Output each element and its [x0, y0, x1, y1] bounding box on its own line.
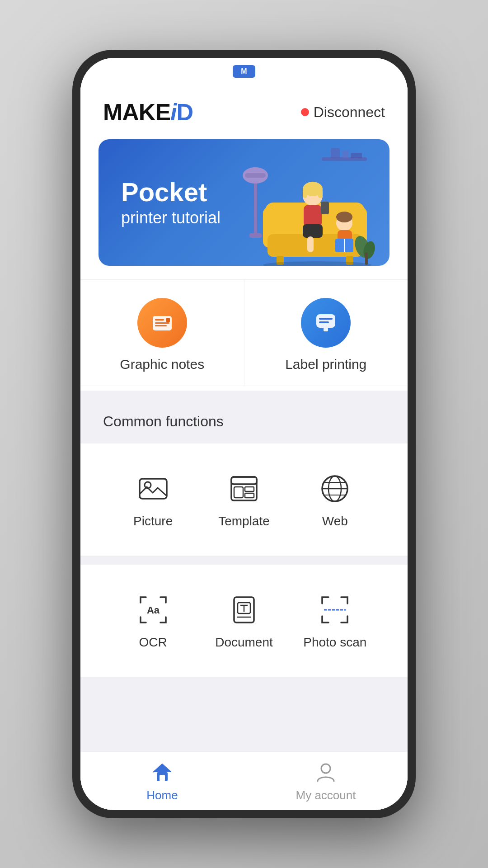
banner-svg	[240, 148, 376, 266]
svg-rect-3	[351, 153, 362, 158]
function-card-row2: Aa OCR	[99, 569, 389, 672]
svg-rect-33	[155, 322, 169, 324]
photo-scan-svg-icon	[319, 594, 351, 626]
nav-home-label: Home	[146, 788, 178, 802]
template-svg-icon	[228, 472, 260, 505]
svg-rect-19	[304, 205, 322, 227]
ocr-svg-icon: Aa	[137, 594, 169, 626]
svg-rect-38	[319, 318, 333, 320]
ocr-icon: Aa	[135, 592, 171, 628]
document-button[interactable]: Document	[198, 583, 289, 659]
main-content: MAKEiD Disconnect Pocket printer tutoria…	[80, 85, 408, 810]
my-account-icon	[314, 760, 338, 785]
disconnect-button[interactable]: Disconnect	[301, 104, 385, 121]
home-icon	[150, 760, 175, 785]
label-printing-icon	[313, 310, 339, 336]
svg-rect-37	[324, 328, 328, 331]
photo-scan-label: Photo scan	[303, 635, 366, 650]
svg-rect-20	[303, 224, 323, 238]
document-label: Document	[215, 635, 273, 650]
svg-rect-40	[140, 479, 167, 499]
document-icon	[226, 592, 262, 628]
spacer-4	[80, 677, 408, 751]
phone-screen: M MAKEiD Disconnect	[80, 58, 408, 810]
svg-rect-1	[331, 148, 340, 158]
web-button[interactable]: Web	[290, 462, 380, 538]
banner-illustration	[236, 139, 380, 266]
label-printing-icon-circle	[301, 298, 351, 348]
picture-icon	[135, 471, 171, 507]
bottom-nav: Home My account	[80, 751, 408, 810]
svg-rect-60	[160, 775, 165, 781]
svg-rect-17	[303, 189, 307, 198]
picture-label: Picture	[133, 514, 173, 528]
banner-subtitle: printer tutorial	[121, 208, 221, 227]
svg-rect-39	[319, 321, 329, 323]
graphic-notes-icon	[149, 310, 175, 336]
svg-point-24	[336, 212, 352, 222]
label-printing-button[interactable]: Label printing	[244, 279, 408, 386]
ocr-label: OCR	[139, 635, 167, 650]
web-icon	[317, 471, 353, 507]
quick-actions-grid: Graphic notes Label printin	[80, 279, 408, 386]
graphic-notes-icon-circle	[137, 298, 187, 348]
disconnect-label: Disconnect	[314, 104, 385, 121]
template-label: Template	[218, 514, 270, 528]
photo-scan-icon	[317, 592, 353, 628]
svg-rect-7	[249, 233, 262, 238]
logo-make: MAKE	[103, 99, 170, 125]
banner-text: Pocket printer tutorial	[121, 178, 221, 227]
nav-home[interactable]: Home	[80, 755, 244, 807]
svg-rect-32	[155, 319, 164, 321]
graphic-notes-button[interactable]: Graphic notes	[80, 279, 244, 386]
logo-text: MAKEiD	[103, 99, 193, 126]
promo-banner[interactable]: Pocket printer tutorial	[99, 139, 389, 266]
svg-rect-44	[234, 487, 243, 498]
svg-rect-45	[245, 487, 254, 491]
web-label: Web	[322, 514, 348, 528]
phone-wrapper: M MAKEiD Disconnect	[72, 50, 416, 818]
template-button[interactable]: Template	[198, 462, 289, 538]
svg-rect-35	[166, 318, 170, 322]
header: MAKEiD Disconnect	[80, 85, 408, 135]
svg-rect-42	[231, 477, 257, 500]
document-svg-icon	[228, 594, 260, 626]
spacer-3	[80, 556, 408, 565]
svg-rect-30	[365, 252, 368, 265]
disconnect-dot	[301, 108, 309, 116]
svg-rect-18	[318, 189, 323, 198]
status-icon: M	[241, 67, 247, 75]
nav-my-account[interactable]: My account	[244, 755, 408, 807]
logo-d: D	[177, 99, 193, 125]
template-icon	[226, 471, 262, 507]
svg-rect-22	[321, 202, 329, 214]
banner-title: Pocket	[121, 178, 221, 207]
phone-frame: M MAKEiD Disconnect	[72, 50, 416, 818]
picture-button[interactable]: Picture	[108, 462, 198, 538]
ocr-button[interactable]: Aa OCR	[108, 583, 198, 659]
spacer-2	[80, 434, 408, 443]
svg-rect-21	[307, 236, 314, 252]
function-row-2: Aa OCR	[108, 583, 380, 659]
graphic-notes-label: Graphic notes	[120, 357, 204, 372]
function-card-row1: Picture	[99, 448, 389, 551]
svg-rect-43	[231, 477, 257, 484]
svg-rect-36	[316, 314, 335, 328]
account-svg-icon	[314, 760, 338, 784]
logo-i: i	[170, 99, 176, 125]
svg-rect-2	[342, 151, 349, 158]
web-svg-icon	[319, 472, 351, 505]
svg-rect-6	[245, 173, 266, 178]
svg-text:Aa: Aa	[147, 604, 160, 616]
picture-svg-icon	[137, 472, 169, 505]
status-indicator: M	[233, 65, 255, 78]
function-row-1: Picture	[108, 462, 380, 538]
label-printing-label: Label printing	[285, 357, 366, 372]
status-bar: M	[80, 58, 408, 85]
logo: MAKEiD	[103, 99, 193, 126]
common-functions-title: Common functions	[80, 400, 408, 434]
photo-scan-button[interactable]: Photo scan	[290, 583, 380, 659]
nav-account-label: My account	[296, 788, 356, 802]
spacer-1	[80, 391, 408, 400]
svg-rect-46	[245, 493, 254, 498]
